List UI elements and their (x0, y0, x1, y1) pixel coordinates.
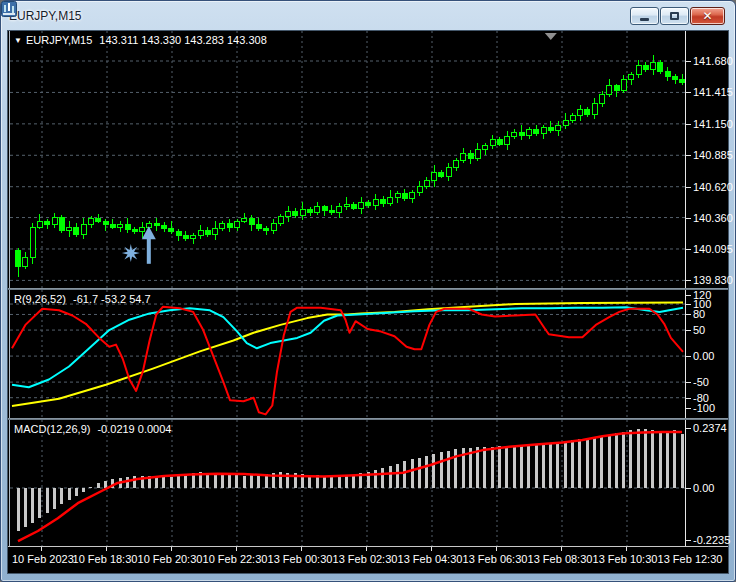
chart-icon (1, 1, 17, 17)
time-label: 13 Feb 10:30 (593, 553, 658, 565)
axis-label: 50 (693, 324, 705, 336)
axis-label: 0.00 (693, 482, 714, 494)
axis-label: -100 (693, 402, 715, 414)
macd-panel: MACD(12,26,9)-0.0219 0.0004 0.23740.00-0… (8, 420, 728, 546)
chart-client-area: ▼EURJPY,M15143.311 143.330 143.283 143.3… (7, 30, 729, 574)
axis-label: 140.095 (693, 243, 733, 255)
macd-label: MACD(12,26,9)-0.0219 0.0004 (14, 423, 171, 435)
macd-canvas[interactable] (10, 420, 686, 546)
maximize-button[interactable] (660, 7, 689, 25)
axis-label: 0.00 (693, 350, 714, 362)
macd-plot[interactable] (9, 420, 685, 546)
oscillator-canvas[interactable] (10, 290, 686, 418)
time-label: 10 Feb 18:30 (73, 553, 138, 565)
time-tick (236, 547, 237, 551)
buy-signal-arrow (122, 226, 156, 264)
time-label: 13 Feb 00:30 (268, 553, 333, 565)
time-axis[interactable]: 10 Feb 202310 Feb 18:3010 Feb 20:3010 Fe… (8, 546, 728, 573)
time-tick (171, 547, 172, 551)
window-title: EURJPY,M15 (9, 9, 81, 23)
restore-icon (670, 12, 679, 20)
oscillator-label: R(9,26,52)-61.7 -53.2 54.7 (14, 293, 151, 305)
macd-name: MACD(12,26,9) (14, 423, 90, 435)
axis-label: 140.885 (693, 149, 733, 161)
mid-cyan-line (12, 307, 683, 387)
price-plot[interactable] (9, 31, 685, 288)
time-tick (301, 547, 302, 551)
time-label: 13 Feb 12:30 (658, 553, 723, 565)
time-tick (626, 547, 627, 551)
time-label: 13 Feb 06:30 (463, 553, 528, 565)
oscillator-panel: R(9,26,52)-61.7 -53.2 54.7 12010080500.0… (8, 290, 728, 418)
time-tick (366, 547, 367, 551)
time-label: 10 Feb 22:30 (203, 553, 268, 565)
window-titlebar[interactable]: EURJPY,M15 ✕ (1, 1, 735, 30)
macd-values: -0.0219 0.0004 (97, 423, 171, 435)
oscillator-plot[interactable] (9, 290, 685, 418)
axis-label: 139.830 (693, 274, 733, 286)
minimize-icon (640, 18, 649, 21)
chart-symbol: EURJPY,M15 (26, 34, 92, 46)
axis-label: 141.150 (693, 118, 733, 130)
oscillator-values: -61.7 -53.2 54.7 (73, 293, 151, 305)
time-label: 13 Feb 08:30 (528, 553, 593, 565)
time-tick (431, 547, 432, 551)
axis-label: 80 (693, 308, 705, 320)
price-axis[interactable]: 141.680141.415141.150140.885140.620140.3… (685, 31, 728, 288)
symbol-dropdown-icon[interactable]: ▼ (14, 36, 22, 45)
slow-yellow-line (12, 303, 683, 407)
time-label: 10 Feb 2023 (12, 553, 74, 565)
axis-label: 140.360 (693, 212, 733, 224)
time-tick (561, 547, 562, 551)
time-label: 13 Feb 04:30 (398, 553, 463, 565)
axis-label: 141.680 (693, 55, 733, 67)
axis-label: 140.620 (693, 181, 733, 193)
axis-label: 0.2374 (693, 422, 727, 434)
time-tick (41, 547, 42, 551)
time-tick (496, 547, 497, 551)
chart-ohlc-values: 143.311 143.330 143.283 143.308 (99, 34, 266, 46)
oscillator-name: R(9,26,52) (14, 293, 66, 305)
axis-label: -50 (693, 376, 709, 388)
macd-axis[interactable]: 0.23740.00-0.2235 (685, 420, 728, 546)
close-button[interactable]: ✕ (690, 7, 725, 25)
time-label: 13 Feb 02:30 (333, 553, 398, 565)
time-label: 10 Feb 20:30 (138, 553, 203, 565)
macd-signal-line (18, 432, 682, 541)
price-chart-canvas[interactable] (10, 31, 686, 288)
axis-label: -0.2235 (693, 534, 730, 546)
price-panel: ▼EURJPY,M15143.311 143.330 143.283 143.3… (8, 31, 728, 288)
chart-window: EURJPY,M15 ✕ ▼EURJPY,M15143.311 143.330 … (0, 0, 736, 582)
minimize-button[interactable] (630, 7, 659, 25)
time-tick (106, 547, 107, 551)
oscillator-axis[interactable]: 12010080500.00-50-80-100 (685, 290, 728, 418)
fast-red-line (12, 307, 683, 415)
axis-label: 141.415 (693, 86, 733, 98)
chart-header: ▼EURJPY,M15143.311 143.330 143.283 143.3… (14, 34, 267, 46)
